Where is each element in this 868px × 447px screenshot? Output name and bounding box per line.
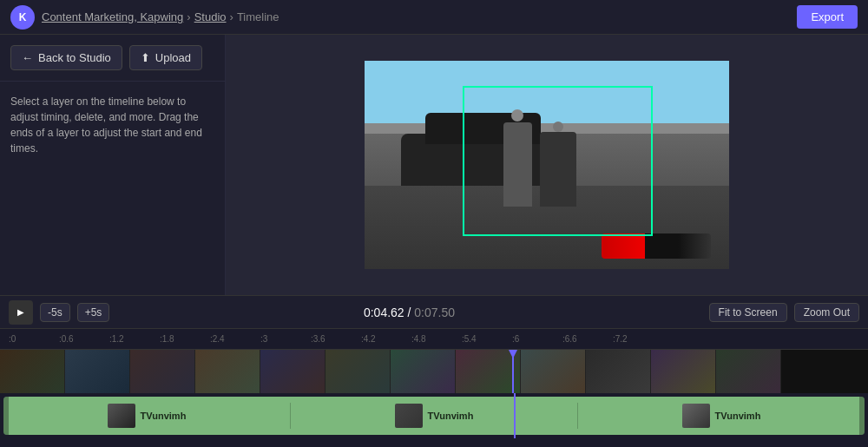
ruler-mark-9: :5.4 (462, 334, 477, 344)
video-content (365, 61, 729, 269)
ruler-mark-8: :4.8 (411, 334, 426, 344)
layer-item-2: TVunvimh (291, 404, 577, 428)
layer-track[interactable]: TVunvimh TVunvimh TVunvimh (3, 397, 865, 435)
ruler-mark-5: :3 (260, 334, 267, 344)
video-frame (365, 61, 729, 269)
fit-to-screen-button[interactable]: Fit to Screen (709, 303, 787, 322)
video-thumb-6 (326, 350, 391, 393)
canvas-area (226, 35, 868, 295)
sidebar-hint: Select a layer on the timeline below to … (0, 82, 225, 168)
total-time: 0:07.50 (414, 306, 455, 319)
layer-thumb-2 (395, 404, 423, 428)
video-thumb-2 (65, 350, 130, 393)
timeline-section: ▶ -5s +5s 0:04.62 / 0:07.50 Fit to Scree… (0, 295, 868, 447)
video-strip-container (0, 350, 868, 393)
ruler-mark-2: :1.2 (109, 334, 124, 344)
video-preview (365, 61, 729, 269)
skip-back-button[interactable]: -5s (40, 303, 70, 322)
ruler-mark-7: :4.2 (361, 334, 376, 344)
layer-thumb-3 (682, 404, 710, 428)
layer-item-3: TVunvimh (578, 404, 865, 428)
timeline-controls: ▶ -5s +5s 0:04.62 / 0:07.50 Fit to Scree… (0, 296, 868, 329)
current-time: 0:04.62 (364, 306, 404, 319)
layer-label-1: TVunvimh (141, 411, 187, 421)
layer-thumb-1 (108, 404, 135, 428)
sidebar: ← Back to Studio ⬆ Upload Select a layer… (0, 35, 226, 295)
upload-icon: ⬆ (141, 51, 150, 64)
top-bar: K Content Marketing, Kapwing › Studio › … (0, 0, 868, 35)
ruler-mark-10: :6 (512, 334, 519, 344)
layer-row: TVunvimh TVunvimh TVunvimh (0, 393, 868, 438)
video-strip (0, 350, 868, 393)
video-thumb-7 (391, 350, 456, 393)
video-thumb-9 (521, 350, 586, 393)
ruler-mark-6: :3.6 (311, 334, 326, 344)
layer-label-3: TVunvimh (715, 411, 761, 421)
skip-forward-button[interactable]: +5s (77, 303, 110, 322)
video-thumb-4 (195, 350, 260, 393)
breadcrumb-project[interactable]: Content Marketing, Kapwing (42, 10, 183, 23)
app-logo: K (10, 5, 35, 30)
ruler-mark-4: :2.4 (210, 334, 225, 344)
main-area: ← Back to Studio ⬆ Upload Select a layer… (0, 35, 868, 295)
breadcrumb-studio[interactable]: Studio (194, 10, 227, 23)
layer-end-handle[interactable] (859, 397, 865, 435)
people-silhouette (503, 113, 576, 207)
breadcrumb-current: Timeline (237, 10, 279, 23)
upload-button[interactable]: ⬆ Upload (129, 45, 202, 70)
ruler-mark-1: :0.6 (59, 334, 74, 344)
back-to-studio-button[interactable]: ← Back to Studio (10, 45, 122, 70)
export-button[interactable]: Export (797, 5, 858, 29)
video-thumb-11 (651, 350, 716, 393)
play-button[interactable]: ▶ (9, 300, 33, 325)
ruler-mark-11: :6.6 (562, 334, 577, 344)
ruler-mark-0: :0 (9, 334, 16, 344)
time-display: 0:04.62 / 0:07.50 (364, 306, 455, 319)
zoom-out-button[interactable]: Zoom Out (794, 303, 859, 322)
sidebar-buttons: ← Back to Studio ⬆ Upload (0, 35, 225, 82)
layer-label-2: TVunvimh (428, 411, 474, 421)
video-thumb-10 (586, 350, 651, 393)
breadcrumb: Content Marketing, Kapwing › Studio › Ti… (42, 10, 279, 23)
person2 (540, 132, 576, 207)
play-icon: ▶ (17, 307, 24, 317)
video-thumb-1 (0, 350, 65, 393)
timeline-body: :0 :0.6 :1.2 :1.8 :2.4 :3 :3.6 :4.2 :4.8… (0, 329, 868, 438)
video-thumb-5 (260, 350, 326, 393)
top-bar-actions: Export (797, 5, 858, 29)
racing-car (602, 233, 711, 259)
video-thumb-3 (130, 350, 195, 393)
video-thumb-8 (456, 350, 521, 393)
back-arrow-icon: ← (22, 51, 33, 64)
layer-start-handle[interactable] (3, 397, 9, 435)
timeline-ruler: :0 :0.6 :1.2 :1.8 :2.4 :3 :3.6 :4.2 :4.8… (0, 329, 868, 350)
video-thumb-12 (716, 350, 781, 393)
person1 (503, 122, 533, 207)
layer-item-1: TVunvimh (3, 404, 290, 428)
ruler-mark-3: :1.8 (160, 334, 174, 344)
ruler-mark-12: :7.2 (613, 334, 628, 344)
